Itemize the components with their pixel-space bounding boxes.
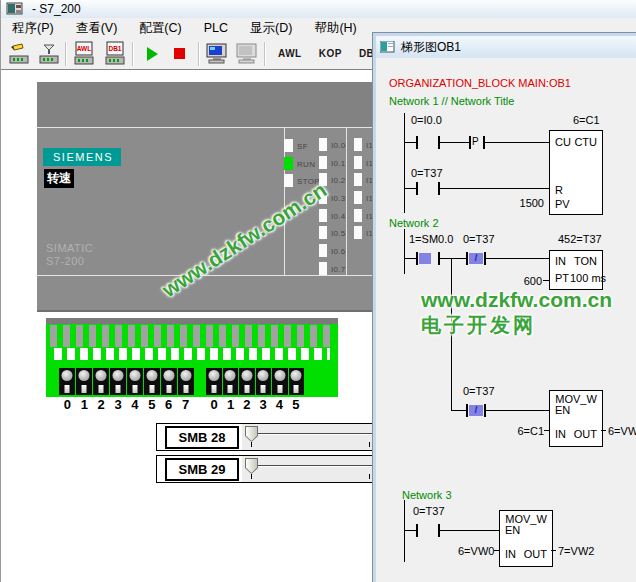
contact-label: 1=SM0.0 [409,233,453,245]
input-switch-7[interactable] [178,368,194,395]
wire [544,430,549,431]
window-title: - S7_200 [32,2,81,16]
input-switch-1-3[interactable] [256,368,272,395]
menu-item-display[interactable]: 显示(D) [239,18,303,39]
smb28-slider-track [258,433,377,435]
sf-led-label: SF [297,142,308,151]
input-led-label: I0.5 [331,229,346,238]
run-led [284,157,293,170]
monitor-off-button[interactable] [234,42,260,66]
power-rail [404,229,405,274]
menu-item-view[interactable]: 查看(V) [65,18,129,39]
contact-bar [469,136,471,149]
stop-icon[interactable] [174,48,185,59]
input-switch-3[interactable] [110,368,126,395]
digit: 5 [143,397,160,412]
monitor-on-button[interactable] [204,42,230,66]
input-led-i0.7 [319,262,327,275]
smb29-panel: SMB 29 [156,455,384,483]
menu-item-config[interactable]: 配置(C) [128,18,192,39]
view-kop-button[interactable]: KOP [319,48,342,59]
input-switch-2[interactable] [93,368,109,395]
mov-in-value: 6=C1 [516,425,544,437]
pencil-plc-icon [7,42,31,66]
input-switch-6[interactable] [161,368,177,395]
load-db1-button[interactable]: DB1 [102,41,128,67]
input-led-label: I0.4 [331,212,346,221]
digit: 5 [288,397,304,412]
db1-clipboard-icon: DB1 [102,41,128,67]
view-awl-button[interactable]: AWL [278,48,302,59]
app-titlebar[interactable]: - S7_200 [1,0,636,18]
input-switch-1[interactable] [76,368,92,395]
smb28-label: SMB 28 [165,426,239,449]
contact-bar [416,136,418,149]
contact-bar [466,252,468,265]
app-window: - S7_200 程序(P) 查看(V) 配置(C) PLC 显示(D) 帮助(… [0,0,636,582]
input-switch-4[interactable] [127,368,143,395]
input-led-i0.4 [319,209,327,222]
run-led-label: RUN [297,160,315,169]
digit: 1 [76,397,93,412]
mov-en: EN [505,524,520,536]
smb29-slider-thumb[interactable] [245,458,258,474]
digit: 1 [222,397,238,412]
menu-item-help[interactable]: 帮助(H) [303,18,367,39]
edit-program-button[interactable] [7,42,31,66]
toolbar-separator [264,42,266,66]
wire [440,530,499,531]
input-led-label: I0.6 [331,247,346,256]
input-led-i1.3 [354,191,362,204]
contact-label: 0=T37 [411,167,443,179]
load-awl-button[interactable]: AWL [71,41,97,67]
stop-led [284,174,293,187]
mov-in-value: 6=VW0 [458,545,494,557]
awl-clipboard-icon: AWL [71,41,97,67]
input-switch-5[interactable] [144,368,160,395]
menu-item-plc[interactable]: PLC [193,19,239,37]
digit: 7 [177,397,194,412]
smb29-slider[interactable] [242,456,383,482]
input-led-label: I0.3 [331,194,346,203]
mov-out: OUT [574,428,597,440]
digit: 2 [239,397,255,412]
sf-led [284,139,293,152]
digit: 2 [93,397,110,412]
computer-monitor-gray-icon [234,42,260,66]
terminal-holes [54,348,330,360]
model-s7200: S7-200 [46,255,84,268]
input-led-i1.1 [354,156,362,169]
smb28-slider-thumb[interactable] [245,426,258,442]
counter-label: 6=C1 [573,114,601,126]
input-led-i0.0 [319,138,327,151]
wire [485,142,549,143]
watermark-diagonal: www.dzkfw.com.cn [158,178,331,302]
menu-item-program[interactable]: 程序(P) [1,18,65,39]
input-switch-1-0[interactable] [206,368,222,395]
input-switch-1-2[interactable] [239,368,255,395]
wire [404,258,416,259]
run-icon[interactable] [147,47,158,61]
mov-en: EN [555,404,570,416]
contact-bar [416,182,418,195]
wire [451,410,466,411]
siemens-logo: SIEMENS [43,148,121,166]
panel-top-strip [37,82,378,127]
input-switch-1-4[interactable] [272,368,288,395]
smb28-slider[interactable] [242,424,383,450]
input-switch-0[interactable] [59,368,75,395]
slider-tick [369,474,370,479]
view-program-button[interactable] [37,42,61,66]
input-switch-1-1[interactable] [223,368,239,395]
ladder-window-titlebar[interactable]: 梯形图OB1 [376,36,636,58]
wire [494,550,499,551]
speed-tag: 转速 [44,169,74,188]
block-header: ORGANIZATION_BLOCK MAIN:OB1 [389,77,571,89]
digit: 3 [255,397,271,412]
wire [543,280,549,281]
ton-pt: PT [555,272,569,284]
mov-w-box: MOV_W EN IN OUT [549,390,603,447]
switch-digits-2: 0 1 2 3 4 5 [206,397,304,412]
input-switch-1-5[interactable] [289,368,305,395]
power-rail [404,113,405,213]
